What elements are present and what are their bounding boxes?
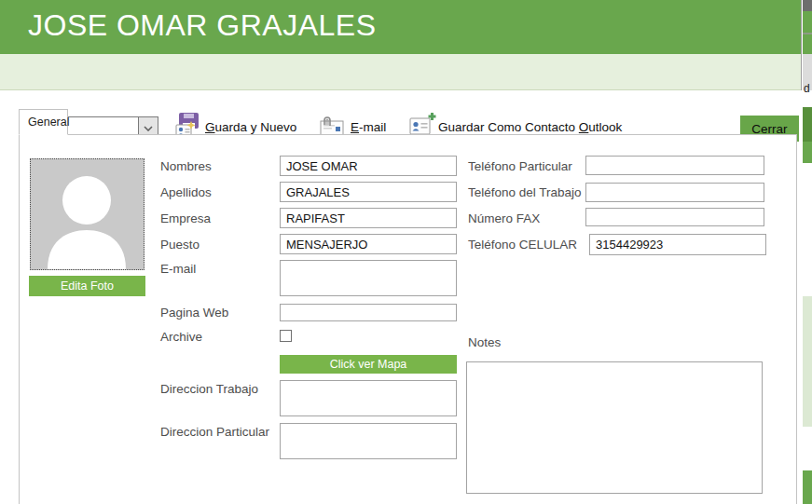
archive-label: Archive [160, 330, 202, 344]
background-window-edge: d [802, 0, 812, 504]
direccion-trabajo-input[interactable] [280, 380, 457, 416]
numero-fax-label: Número FAX [468, 211, 540, 225]
nombres-label: Nombres [160, 159, 212, 173]
telefono-celular-input[interactable] [589, 234, 766, 255]
email-field-label: E-mail [160, 262, 196, 276]
direccion-trabajo-label: Direccion Trabajo [160, 382, 258, 396]
numero-fax-input[interactable] [585, 208, 764, 226]
pagina-web-label: Pagina Web [160, 306, 228, 320]
empresa-label: Empresa [160, 211, 211, 225]
contact-form-window: JOSE OMAR GRAJALES Ir A Guarda y Nu [0, 0, 812, 504]
save-outlook-contact-button[interactable]: Guardar Como Contacto Outlook [438, 120, 622, 134]
edit-photo-button[interactable]: Edita Foto [29, 276, 145, 296]
contact-photo-placeholder[interactable] [30, 158, 145, 270]
email-button[interactable]: E-mail [351, 120, 386, 134]
tab-general[interactable]: General [19, 109, 68, 135]
puesto-input[interactable] [280, 234, 457, 254]
ver-mapa-button[interactable]: Click ver Mapa [280, 355, 457, 374]
puesto-label: Puesto [160, 238, 200, 252]
edge-text-fragment: d [804, 82, 810, 95]
toolbar: Ir A Guarda y Nuevo [0, 54, 802, 90]
telefono-trabajo-label: Teléfono del Trabajo [468, 185, 582, 199]
empresa-input[interactable] [280, 208, 457, 228]
notes-label: Notes [468, 335, 501, 349]
nombres-input[interactable] [280, 156, 457, 176]
notes-input[interactable] [466, 361, 763, 494]
person-silhouette-icon [31, 159, 144, 269]
telefono-trabajo-input[interactable] [585, 183, 764, 202]
direccion-particular-input[interactable] [280, 423, 457, 459]
direccion-particular-label: Direccion Particular [160, 425, 269, 439]
archive-checkbox[interactable] [280, 330, 292, 342]
email-input[interactable] [280, 260, 457, 296]
apellidos-label: Apellidos [160, 185, 212, 199]
telefono-particular-label: Teléfono Particular [468, 159, 572, 173]
telefono-particular-input[interactable] [585, 156, 764, 175]
telefono-celular-label: Teléfono CELULAR [468, 238, 577, 252]
pagina-web-input[interactable] [280, 304, 457, 321]
title-bar: JOSE OMAR GRAJALES [0, 0, 802, 54]
apellidos-input[interactable] [280, 182, 457, 202]
save-new-button[interactable]: Guarda y Nuevo [205, 120, 296, 134]
page-title: JOSE OMAR GRAJALES [28, 8, 377, 43]
